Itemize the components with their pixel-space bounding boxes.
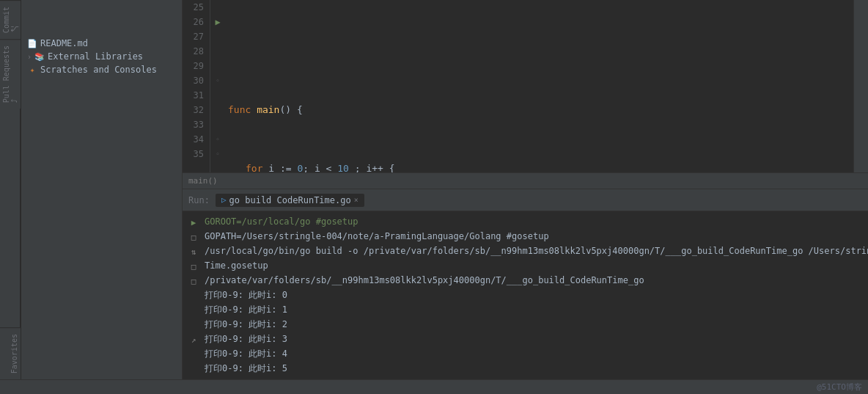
run-tab[interactable]: ▷ go build CodeRunTime.go × [216,194,364,207]
external-libs-item[interactable]: › 📚 External Libraries [21,50,182,63]
run-line-8: 打印0-9: 此时i: 3 [205,332,868,346]
readme-label: README.md [40,38,88,48]
line-numbers: 25 26 27 28 29 30 31 32 33 34 35 [183,0,210,172]
chevron-icon: › [27,53,32,61]
gutter-28 [210,44,225,59]
run-line-6: 打印0-9: 此时i: 1 [205,302,868,317]
run-gutter-2: ⇅ [185,245,202,260]
gutter-30: ◦ [210,73,225,88]
scratches-label: Scratches and Consoles [40,65,157,75]
code-line-26: func main() { [228,103,853,117]
run-line-10: 打印0-9: 此时i: 5 [205,361,868,376]
run-gutter-5 [185,289,202,304]
run-gutter-8: ↗ [185,332,202,347]
external-libs-label: External Libraries [48,51,143,62]
gutter-33 [210,117,225,132]
run-output: ▶ □ ⇅ □ □ ↗ GOROOT=/usr/local/go #gosetu… [183,211,868,379]
project-panel: 📄 README.md › 📚 External Libraries ✦ Scr… [21,0,183,379]
readme-icon: 📄 [27,39,37,48]
code-line-25 [228,44,853,59]
code-line-27: for i := 0; i < 10 ; i++ { [228,161,853,172]
run-output-gutter: ▶ □ ⇅ □ □ ↗ [183,214,205,376]
run-gutter-3: □ [185,260,202,274]
run-line-7: 打印0-9: 此时i: 2 [205,317,868,332]
left-tabs: ⎇ Commit ⤴ Pull Requests Favorites [0,0,21,379]
run-gutter-10 [185,362,202,376]
pr-icon: ⤴ [10,47,18,103]
run-label: Run: [188,195,210,205]
git-icon: ⎇ [10,8,18,33]
commit-tab[interactable]: ⎇ Commit [0,0,21,39]
main-container: ⎇ Commit ⤴ Pull Requests Favorites 📄 REA… [0,0,868,379]
run-line-2: /usr/local/go/bin/go build -o /private/v… [205,244,868,258]
gutter-34: ◦ [210,132,225,147]
gutter: ▶ ◦ ◦ ◦ [210,0,225,172]
run-line-0: GOROOT=/usr/local/go #gosetup [205,214,868,229]
gutter-31 [210,88,225,103]
run-tab-close[interactable]: × [354,196,358,204]
watermark: @51CTO博客 [817,382,862,393]
right-sidebar [853,0,868,172]
gutter-32 [210,103,225,117]
run-gutter-0: ▶ [185,216,202,230]
lib-icon: 📚 [34,52,45,62]
gutter-29 [210,59,225,73]
run-gutter-1: □ [185,230,202,245]
pull-requests-tab[interactable]: ⤴ Pull Requests [0,39,21,109]
code-editor: 25 26 27 28 29 30 31 32 33 34 35 ▶ ◦ [183,0,868,379]
code-content: 25 26 27 28 29 30 31 32 33 34 35 ▶ ◦ [183,0,868,172]
run-gutter-4: □ [185,274,202,289]
run-line-5: 打印0-9: 此时i: 0 [205,288,868,302]
breadcrumb-main: main() [188,176,218,186]
run-line-3: Time.gosetup [205,258,868,273]
run-line-9: 打印0-9: 此时i: 4 [205,346,868,361]
gutter-26[interactable]: ▶ [210,15,225,29]
bottom-bar: @51CTO博客 [0,379,868,394]
scratch-icon: ✦ [27,65,37,75]
run-gutter-9 [185,347,202,362]
run-header: Run: ▷ go build CodeRunTime.go × [183,189,868,211]
run-line-4: /private/var/folders/sb/__n99hm13ms08lkk… [205,273,868,288]
run-tab-label: go build CodeRunTime.go [229,195,351,205]
run-line-1: GOPATH=/Users/stringle-004/note/a-Pramin… [205,229,868,244]
readme-item[interactable]: 📄 README.md [21,37,182,50]
scratches-item[interactable]: ✦ Scratches and Consoles [21,63,182,76]
gutter-35: ◦ [210,147,225,161]
run-panel: Run: ▷ go build CodeRunTime.go × ▶ □ ⇅ □… [183,189,868,379]
code-lines-area: func main() { for i := 0; i < 10 ; i++ {… [225,0,853,172]
go-icon: ▷ [221,195,227,205]
breadcrumb-bar: main() [183,172,868,189]
gutter-25 [210,0,225,15]
favorites-tab[interactable]: Favorites [0,327,21,379]
run-gutter-7 [185,318,202,332]
run-text-area: GOROOT=/usr/local/go #gosetup GOPATH=/Us… [205,214,868,376]
run-gutter-6 [185,303,202,318]
gutter-27 [210,29,225,44]
